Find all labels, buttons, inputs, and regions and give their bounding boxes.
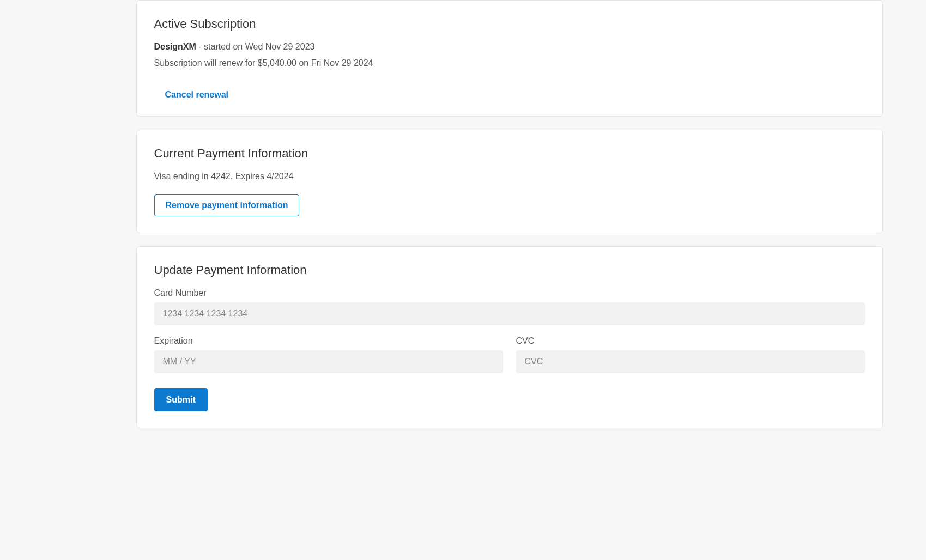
subscription-start-date: - started on Wed Nov 29 2023 (196, 42, 315, 51)
card-number-input[interactable] (154, 302, 865, 325)
current-payment-card: Current Payment Information Visa ending … (136, 130, 883, 233)
subscription-plan-name: DesignXM (154, 42, 196, 51)
expiration-input[interactable] (154, 350, 503, 373)
subscription-plan-line: DesignXM - started on Wed Nov 29 2023 (154, 42, 865, 52)
card-summary-text: Visa ending in 4242. Expires 4/2024 (154, 172, 865, 181)
cvc-label: CVC (516, 336, 865, 346)
submit-button[interactable]: Submit (154, 388, 208, 411)
current-payment-heading: Current Payment Information (154, 147, 865, 161)
active-subscription-heading: Active Subscription (154, 17, 865, 31)
card-number-label: Card Number (154, 288, 865, 298)
update-payment-heading: Update Payment Information (154, 263, 865, 277)
active-subscription-card: Active Subscription DesignXM - started o… (136, 0, 883, 117)
cancel-renewal-button[interactable]: Cancel renewal (165, 90, 229, 100)
expiration-label: Expiration (154, 336, 503, 346)
subscription-renew-text: Subscription will renew for $5,040.00 on… (154, 58, 865, 68)
cvc-input[interactable] (516, 350, 865, 373)
remove-payment-button[interactable]: Remove payment information (154, 194, 300, 216)
update-payment-card: Update Payment Information Card Number E… (136, 246, 883, 428)
